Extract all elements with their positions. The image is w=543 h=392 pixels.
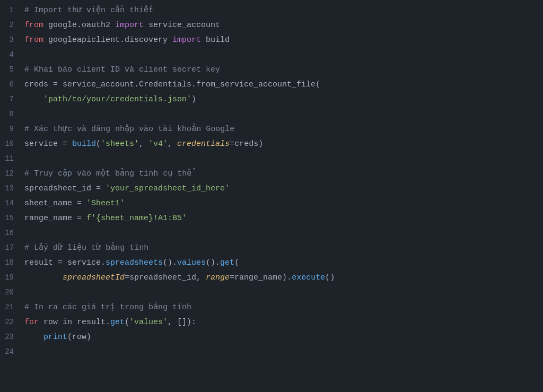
token-str: 'path/to/your/credentials.json': [43, 95, 191, 104]
code-line: 11: [0, 153, 543, 168]
line-number: 10: [0, 138, 22, 150]
code-line: 9# Xác thực và đăng nhập vào tài khoản G…: [0, 123, 543, 138]
token-comment: # Import thư viện cần thiết: [24, 6, 153, 15]
token-plain: , []):: [168, 318, 196, 327]
token-blue: values: [177, 258, 206, 267]
line-number: 12: [0, 168, 22, 180]
token-param: spreadsheetId: [63, 273, 125, 282]
token-plain: (): [325, 273, 335, 282]
code-line: 22for row in result.get('values', []):: [0, 316, 543, 331]
code-line: 8: [0, 108, 543, 123]
line-number: 20: [0, 287, 22, 299]
code-line: 20: [0, 286, 543, 301]
code-line: 15range_name = f'{sheet_name}!A1:B5': [0, 212, 543, 227]
line-content: # Xác thực và đăng nhập vào tài khoản Go…: [22, 123, 543, 135]
token-plain: spreadsheet_id =: [24, 184, 106, 193]
line-content: [22, 346, 543, 358]
token-blue: get: [110, 318, 125, 327]
code-editor: 1# Import thư viện cần thiết2from google…: [0, 0, 543, 392]
token-indent: [24, 333, 43, 342]
token-blue: build: [72, 140, 96, 149]
line-content: # Import thư viện cần thiết: [22, 4, 543, 16]
line-number: 14: [0, 198, 22, 210]
token-plain: =spreadsheet_id,: [125, 273, 206, 282]
token-plain: service_account: [144, 21, 220, 30]
token-from: from: [24, 21, 43, 30]
line-number: 11: [0, 153, 22, 165]
line-number: 17: [0, 242, 22, 254]
token-plain: sheet_name =: [24, 199, 86, 208]
token-plain: build: [201, 36, 230, 45]
token-str: 'Sheet1': [86, 199, 125, 208]
line-content: from google.oauth2 import service_accoun…: [22, 19, 543, 31]
line-number: 19: [0, 272, 22, 284]
line-content: spreadsheetId=spreadsheet_id, range=rang…: [22, 272, 543, 284]
line-number: 13: [0, 183, 22, 195]
line-content: range_name = f'{sheet_name}!A1:B5': [22, 212, 543, 224]
code-line: 14sheet_name = 'Sheet1': [0, 197, 543, 212]
token-blue: execute: [292, 273, 325, 282]
code-line: 6creds = service_account.Credentials.fro…: [0, 79, 543, 93]
token-param: range: [206, 273, 230, 282]
token-plain: ,: [168, 140, 177, 149]
code-line: 10service = build('sheets', 'v4', creden…: [0, 138, 543, 153]
code-line: 5# Khai báo client ID và client secret k…: [0, 64, 543, 79]
line-number: 3: [0, 34, 22, 46]
token-comment: # Khai báo client ID và client secret ke…: [24, 65, 220, 74]
line-content: # Truy cập vào một bảng tính cụ thể: [22, 168, 543, 180]
token-indent: [24, 273, 63, 282]
line-number: 18: [0, 257, 22, 269]
line-number: 2: [0, 20, 22, 31]
token-plain: =range_name).: [230, 273, 292, 282]
token-plain: google.oauth2: [43, 21, 115, 30]
line-content: result = service.spreadsheets().values()…: [22, 257, 543, 269]
token-plain: googleapiclient.discovery: [43, 36, 172, 45]
token-str: 'v4': [148, 140, 168, 149]
token-str: 'sheets': [101, 140, 139, 149]
line-content: creds = service_account.Credentials.from…: [22, 79, 543, 91]
token-fstr: '{sheet_name}!A1:B5': [91, 214, 187, 223]
token-param: credentials: [177, 140, 230, 149]
line-number: 9: [0, 124, 22, 135]
token-plain: (: [234, 258, 239, 267]
line-content: 'path/to/your/credentials.json'): [22, 93, 543, 106]
token-plain: (: [96, 140, 101, 149]
token-comment: # Truy cập vào một bảng tính cụ thể: [24, 169, 191, 178]
token-plain: service =: [24, 140, 72, 149]
token-from: for: [24, 318, 39, 327]
token-plain: ().: [163, 258, 177, 267]
token-blue: get: [220, 258, 234, 267]
line-number: 6: [0, 79, 22, 91]
code-line: 19 spreadsheetId=spreadsheet_id, range=r…: [0, 272, 543, 286]
line-content: # Khai báo client ID và client secret ke…: [22, 64, 543, 76]
line-number: 5: [0, 64, 22, 76]
line-content: [22, 49, 543, 61]
token-plain: result = service.: [24, 258, 106, 267]
token-comment: # In ra các giá trị trong bảng tính: [24, 303, 191, 312]
line-content: # Lấy dữ liệu từ bảng tính: [22, 242, 543, 254]
line-content: [22, 286, 543, 299]
line-number: 21: [0, 302, 22, 313]
line-number: 4: [0, 49, 22, 61]
token-str: 'values': [129, 318, 168, 327]
token-from: from: [24, 36, 43, 45]
token-plain: result.: [72, 318, 110, 327]
line-content: sheet_name = 'Sheet1': [22, 197, 543, 210]
token-comment: # Lấy dữ liệu từ bảng tính: [24, 243, 148, 252]
token-plain: creds = service_account.Credentials.from…: [24, 80, 320, 89]
line-content: [22, 153, 543, 165]
token-import: import: [115, 21, 144, 30]
line-content: [22, 108, 543, 120]
token-plain: range_name =: [24, 214, 86, 223]
token-plain: ,: [139, 140, 148, 149]
line-content: from googleapiclient.discovery import bu…: [22, 34, 543, 46]
line-content: spreadsheet_id = 'your_spreadsheet_id_he…: [22, 182, 543, 195]
code-line: 4: [0, 49, 543, 64]
code-line: 21# In ra các giá trị trong bảng tính: [0, 301, 543, 316]
code-line: 3from googleapiclient.discovery import b…: [0, 34, 543, 49]
line-content: # In ra các giá trị trong bảng tính: [22, 301, 543, 313]
line-content: for row in result.get('values', []):: [22, 316, 543, 328]
token-plain: ): [191, 95, 196, 104]
line-number: 24: [0, 346, 22, 358]
token-plain: row: [39, 318, 63, 327]
